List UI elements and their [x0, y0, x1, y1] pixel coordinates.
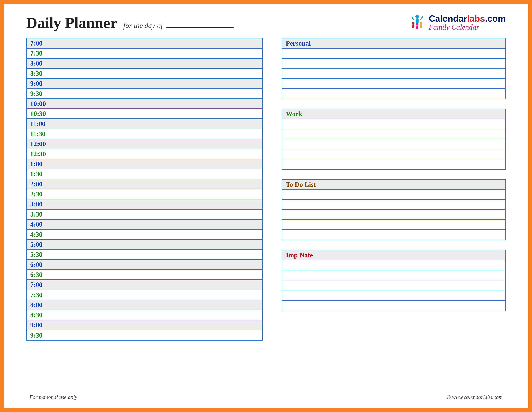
time-row[interactable]: 7:30 — [27, 48, 262, 59]
time-row[interactable]: 6:30 — [27, 270, 262, 280]
svg-rect-7 — [416, 26, 418, 29]
footer-right: © www.calendarlabs.com — [446, 394, 503, 400]
section-line[interactable] — [282, 190, 505, 200]
time-row[interactable]: 11:30 — [27, 129, 262, 139]
section-line[interactable] — [282, 210, 505, 220]
section-header: Work — [282, 109, 505, 119]
time-row[interactable]: 11:00 — [27, 119, 262, 129]
subtitle: for the day of — [123, 21, 234, 30]
section-line[interactable] — [282, 129, 505, 139]
section-gap — [282, 241, 506, 250]
time-row[interactable]: 8:30 — [27, 310, 262, 320]
section-line[interactable] — [282, 260, 505, 270]
section-imp-note: Imp Note — [282, 250, 506, 311]
section-work: Work — [282, 109, 506, 170]
time-row[interactable]: 8:00 — [27, 300, 262, 310]
section-gap — [282, 170, 506, 179]
date-blank-line[interactable] — [166, 28, 234, 28]
time-row[interactable]: 9:00 — [27, 320, 262, 330]
time-row[interactable]: 4:00 — [27, 220, 262, 230]
section-line[interactable] — [282, 200, 505, 210]
time-row[interactable]: 3:00 — [27, 199, 262, 209]
logo-word-1: Calendar — [429, 13, 467, 23]
section-header: Imp Note — [282, 250, 505, 260]
svg-rect-1 — [416, 18, 418, 24]
time-row[interactable]: 1:30 — [27, 169, 262, 179]
footer-left: For personal use only — [29, 394, 77, 400]
time-row[interactable]: 7:00 — [27, 280, 262, 290]
section-line[interactable] — [282, 300, 505, 311]
footer: For personal use only © www.calendarlabs… — [26, 394, 506, 400]
svg-rect-3 — [412, 24, 414, 28]
content: 7:007:308:008:309:009:3010:0010:3011:001… — [26, 38, 506, 386]
time-row[interactable]: 5:00 — [27, 240, 262, 250]
time-row[interactable]: 9:00 — [27, 79, 262, 89]
brand-logo: Calendarlabs.com Family Calendar — [408, 13, 506, 32]
section-personal: Personal — [282, 38, 506, 99]
time-row[interactable]: 2:00 — [27, 179, 262, 189]
logo-word-2: labs — [467, 13, 485, 23]
title-block: Daily Planner for the day of — [26, 14, 234, 32]
section-line[interactable] — [282, 59, 505, 69]
time-row[interactable]: 1:00 — [27, 159, 262, 169]
time-row[interactable]: 2:30 — [27, 189, 262, 199]
header: Daily Planner for the day of — [26, 13, 506, 32]
section-line[interactable] — [282, 48, 505, 59]
section-line[interactable] — [282, 119, 505, 129]
page-title: Daily Planner — [26, 14, 117, 32]
section-line[interactable] — [282, 69, 505, 79]
sections-column: PersonalWorkTo Do ListImp Note — [282, 38, 506, 386]
svg-point-0 — [415, 15, 419, 18]
time-row[interactable]: 12:30 — [27, 149, 262, 159]
section-line[interactable] — [282, 230, 505, 240]
section-line[interactable] — [282, 220, 505, 230]
schedule-column: 7:007:308:008:309:009:3010:0010:3011:001… — [26, 38, 263, 386]
time-row[interactable]: 9:30 — [27, 89, 262, 99]
logo-text: Calendarlabs.com Family Calendar — [429, 14, 506, 31]
svg-point-6 — [416, 23, 418, 26]
page-frame: Daily Planner for the day of — [0, 0, 532, 412]
time-row[interactable]: 7:30 — [27, 290, 262, 300]
logo-word-3: .com — [485, 13, 506, 23]
time-row[interactable]: 6:00 — [27, 260, 262, 270]
section-header: Personal — [282, 38, 505, 48]
time-grid: 7:007:308:008:309:009:3010:0010:3011:001… — [26, 38, 263, 341]
time-row[interactable]: 5:30 — [27, 250, 262, 260]
section-line[interactable] — [282, 89, 505, 99]
section-to-do-list: To Do List — [282, 179, 506, 241]
section-line[interactable] — [282, 149, 505, 159]
section-line[interactable] — [282, 281, 505, 290]
section-line[interactable] — [282, 270, 505, 281]
time-row[interactable]: 8:00 — [27, 59, 262, 69]
time-row[interactable]: 7:00 — [27, 38, 262, 48]
section-header: To Do List — [282, 180, 505, 190]
svg-rect-5 — [420, 24, 422, 28]
time-row[interactable]: 3:30 — [27, 209, 262, 220]
family-icon — [408, 13, 426, 32]
time-row[interactable]: 10:00 — [27, 99, 262, 109]
time-row[interactable]: 12:00 — [27, 139, 262, 149]
svg-point-4 — [420, 22, 422, 24]
time-row[interactable]: 10:30 — [27, 109, 262, 119]
section-gap — [282, 99, 506, 109]
time-row[interactable]: 9:30 — [27, 330, 262, 340]
subtitle-text: for the day of — [123, 21, 163, 29]
logo-tagline: Family Calendar — [429, 23, 506, 31]
section-line[interactable] — [282, 290, 505, 300]
section-line[interactable] — [282, 79, 505, 89]
section-line[interactable] — [282, 159, 505, 169]
time-row[interactable]: 8:30 — [27, 69, 262, 79]
section-line[interactable] — [282, 139, 505, 149]
time-row[interactable]: 4:30 — [27, 230, 262, 240]
svg-point-2 — [412, 22, 414, 24]
